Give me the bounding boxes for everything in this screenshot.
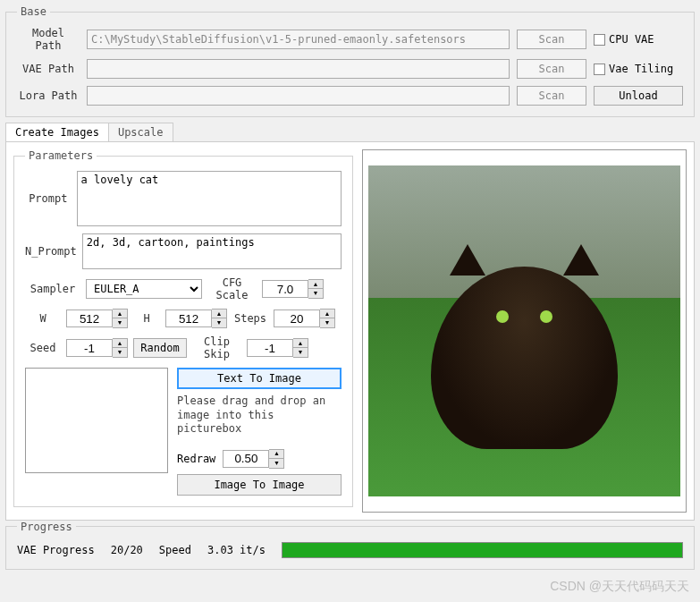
steps-up-icon[interactable]: ▲ — [320, 309, 334, 318]
h-down-icon[interactable]: ▼ — [212, 318, 226, 327]
clipskip-label: Clip Skip — [192, 335, 241, 360]
seed-down-icon[interactable]: ▼ — [113, 348, 127, 357]
cfg-input[interactable] — [262, 280, 308, 298]
tab-create-images[interactable]: Create Images — [5, 123, 109, 141]
parameters-group: Parameters Prompt a lovely cat N_Prompt … — [13, 149, 353, 507]
cfg-up-icon[interactable]: ▲ — [308, 280, 323, 289]
image-dropbox[interactable] — [25, 368, 168, 473]
drag-instructions: Please drag and drop an image into this … — [177, 394, 342, 437]
cpu-vae-checkbox[interactable] — [594, 34, 605, 46]
output-image-panel — [362, 149, 687, 513]
redraw-label: Redraw — [177, 453, 215, 465]
base-legend: Base — [17, 5, 50, 18]
tab-upscale[interactable]: Upscale — [108, 123, 173, 141]
cfg-label: CFG Scale — [207, 276, 257, 301]
generated-image — [368, 165, 680, 496]
cfg-down-icon[interactable]: ▼ — [308, 289, 323, 298]
progress-group: Progress VAE Progress 20/20 Speed 3.03 i… — [5, 521, 695, 570]
vae-tiling-checkbox[interactable] — [594, 64, 605, 75]
watermark-text: CSDN @天天代码码天天 — [550, 579, 689, 581]
redraw-stepper[interactable]: ▲▼ — [223, 449, 284, 469]
vae-progress-value: 20/20 — [111, 544, 143, 556]
unload-button[interactable]: Unload — [594, 86, 683, 106]
model-scan-button[interactable]: Scan — [517, 30, 586, 49]
w-down-icon[interactable]: ▼ — [113, 318, 127, 327]
redraw-down-icon[interactable]: ▼ — [269, 459, 283, 468]
prompt-label: Prompt — [25, 192, 72, 205]
redraw-input[interactable] — [223, 450, 269, 468]
h-up-icon[interactable]: ▲ — [212, 309, 226, 318]
vae-path-input[interactable] — [87, 59, 510, 79]
sampler-select[interactable]: EULER_A — [86, 279, 202, 299]
h-input[interactable] — [165, 309, 212, 327]
w-label: W — [25, 312, 61, 325]
clipskip-up-icon[interactable]: ▲ — [293, 339, 308, 348]
text-to-image-button[interactable]: Text To Image — [177, 368, 342, 389]
steps-stepper[interactable]: ▲▼ — [274, 309, 335, 328]
lora-path-input[interactable] — [87, 86, 510, 106]
random-button[interactable]: Random — [133, 338, 187, 358]
vae-scan-button[interactable]: Scan — [517, 59, 586, 79]
cpu-vae-label: CPU VAE — [609, 33, 654, 46]
parameters-legend: Parameters — [25, 149, 97, 162]
w-stepper[interactable]: ▲▼ — [66, 309, 128, 328]
nprompt-input[interactable]: 2d, 3d, cartoon, paintings — [82, 233, 342, 269]
w-up-icon[interactable]: ▲ — [113, 309, 127, 318]
h-stepper[interactable]: ▲▼ — [165, 309, 227, 328]
progress-fill — [283, 543, 682, 557]
progress-legend: Progress — [17, 521, 76, 533]
speed-label: Speed — [159, 544, 191, 556]
clipskip-input[interactable] — [247, 339, 293, 357]
lora-scan-button[interactable]: Scan — [517, 86, 586, 106]
seed-stepper[interactable]: ▲▼ — [66, 338, 128, 358]
base-group: Base Model Path Scan CPU VAE VAE Path Sc… — [5, 5, 695, 117]
redraw-up-icon[interactable]: ▲ — [269, 450, 283, 459]
seed-label: Seed — [25, 342, 61, 354]
steps-input[interactable] — [274, 309, 320, 327]
image-to-image-button[interactable]: Image To Image — [177, 474, 342, 496]
nprompt-label: N_Prompt — [25, 245, 77, 258]
tab-panel: Parameters Prompt a lovely cat N_Prompt … — [5, 142, 695, 521]
h-label: H — [133, 312, 160, 325]
speed-value: 3.03 it/s — [207, 544, 266, 556]
sampler-label: Sampler — [25, 283, 80, 295]
progress-bar — [282, 542, 683, 558]
prompt-input[interactable]: a lovely cat — [77, 171, 342, 226]
vae-tiling-label: Vae Tiling — [609, 63, 673, 75]
steps-label: Steps — [232, 312, 268, 325]
w-input[interactable] — [66, 309, 113, 327]
seed-up-icon[interactable]: ▲ — [113, 339, 127, 348]
seed-input[interactable] — [66, 339, 113, 357]
model-path-input[interactable] — [87, 30, 510, 49]
lora-path-label: Lora Path — [17, 89, 80, 102]
cfg-stepper[interactable]: ▲▼ — [262, 279, 324, 299]
clipskip-down-icon[interactable]: ▼ — [293, 348, 308, 357]
model-path-label: Model Path — [17, 27, 80, 52]
vae-progress-label: VAE Progress — [17, 544, 95, 556]
vae-path-label: VAE Path — [17, 63, 80, 75]
tabs: Create Images Upscale — [5, 123, 695, 142]
clipskip-stepper[interactable]: ▲▼ — [247, 338, 308, 358]
steps-down-icon[interactable]: ▼ — [320, 318, 334, 327]
